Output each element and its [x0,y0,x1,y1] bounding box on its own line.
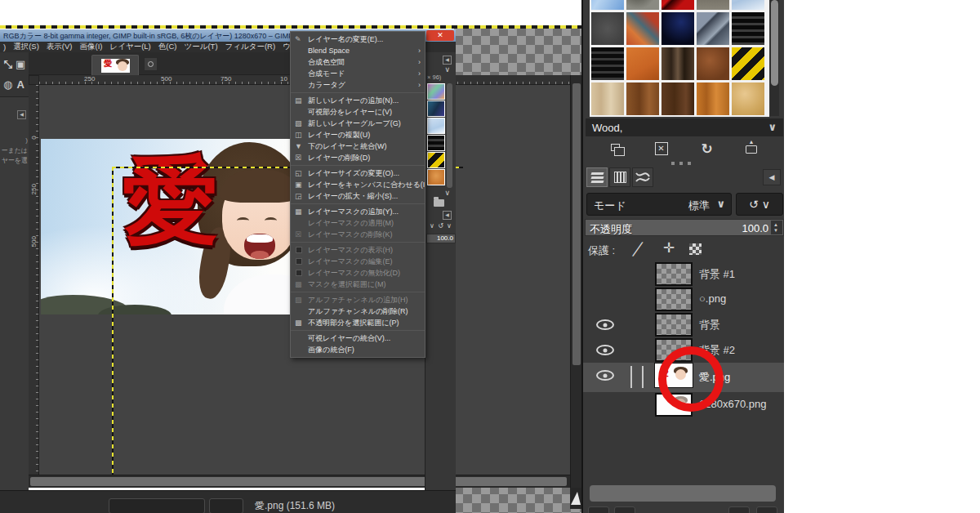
pattern-swatch[interactable] [427,83,445,100]
layer-row[interactable]: ○.png [583,287,784,312]
pattern-swatch[interactable] [427,100,445,117]
pattern-swatch[interactable] [697,0,729,10]
pattern-swatch[interactable] [427,152,445,168]
sliver-scrollbar[interactable] [447,83,452,188]
duplicate-layer-button[interactable] [728,506,750,513]
pattern-swatch[interactable] [662,47,694,80]
pattern-swatch[interactable] [591,0,624,10]
panel-menu-icon[interactable]: ◀ [443,56,452,65]
horizontal-scrollbar[interactable] [29,475,570,488]
visibility-eye-icon[interactable] [596,319,614,330]
delete-pattern-button[interactable]: ✕ [652,141,673,158]
sliver-opacity-value[interactable]: 100.0 [426,234,456,243]
context-menu-item[interactable]: 可視レイヤーの統合(V)... [291,332,425,344]
pattern-swatch[interactable] [626,83,659,115]
chevron-down-icon[interactable]: ∨ [768,121,777,133]
context-menu-item[interactable]: カラータグ› [291,79,425,91]
pattern-swatch[interactable] [697,83,729,115]
tab-list-button[interactable] [144,57,158,71]
lock-alpha-icon[interactable] [689,243,702,255]
context-menu-item[interactable]: 可視部分をレイヤーに(V) [291,106,425,118]
opacity-spinner[interactable]: ▲▼ [771,221,782,234]
chevron-down-icon[interactable]: ∨ [444,66,450,74]
pattern-swatch[interactable] [662,0,694,10]
tab-channels[interactable] [609,167,630,187]
delete-layer-button[interactable] [756,506,777,513]
menu-item[interactable]: ツール(T) [184,42,217,52]
visibility-eye-icon[interactable] [596,370,614,381]
duplicate-pattern-button[interactable] [607,141,628,158]
pattern-swatch[interactable] [626,0,659,10]
chevron-down-icon[interactable]: ∨ [444,190,450,197]
image-tab[interactable]: 愛 [91,55,139,75]
pattern-swatch[interactable] [427,135,445,151]
raise-layer-button[interactable] [614,506,635,513]
context-menu-item[interactable]: アルファチャンネルの削除(R) [291,306,425,317]
context-menu-item[interactable]: ▩不透明部分を選択範囲に(P) [291,317,425,328]
pattern-swatch[interactable] [626,12,659,45]
tool-icon[interactable]: A [17,79,24,90]
sliver-mode-glyphs[interactable]: ∨ ↺ ∨ [425,222,457,230]
layer-row[interactable]: 背景 [583,312,784,337]
layer-thumbnail[interactable] [655,262,693,286]
context-menu-item[interactable]: ✎レイヤー名の変更(E)... [291,33,425,45]
context-menu-item[interactable]: ▧新しいレイヤーグループ(G) [291,118,425,129]
visibility-eye-icon[interactable] [596,345,614,355]
context-menu-item[interactable]: ▣レイヤーをキャンバスに合わせる(I) [291,179,425,190]
pattern-swatch[interactable] [732,83,764,115]
tool-icon[interactable]: ▣ [16,59,25,69]
pattern-swatch[interactable] [732,47,764,80]
context-menu-item[interactable]: ▤新しいレイヤーの追加(N)... [291,95,425,106]
context-menu-item[interactable]: Blend Space› [291,45,425,56]
status-dropdown[interactable] [109,498,205,513]
vertical-scrollbar[interactable] [570,75,581,488]
menu-item[interactable]: レイヤー(L) [109,42,150,52]
lock-move-icon[interactable]: ✛ [662,241,676,256]
folder-icon[interactable] [434,199,444,207]
opacity-slider[interactable]: 不透明度 100.0 ▲▼ [585,219,784,236]
menu-item[interactable]: 色(C) [158,42,177,52]
layer-thumbnail[interactable] [655,313,693,337]
collapse-button[interactable]: ◀ [17,110,26,119]
pattern-swatch[interactable] [697,12,729,45]
pattern-swatch[interactable] [697,47,729,80]
context-menu-item[interactable]: ◫レイヤーの複製(U) [291,129,425,141]
layer-row[interactable]: 背景 #1 [583,261,784,287]
tool-icon[interactable]: ⤡ [4,59,12,69]
tab-layers[interactable] [586,167,608,187]
lock-paint-icon[interactable]: ╱ [633,241,649,257]
dock-drag-handle[interactable] [671,162,704,165]
close-button[interactable]: ✕ [426,30,454,41]
patterns-scrollbar-thumb[interactable] [771,0,778,86]
dock-bottom-scrollbar[interactable] [590,485,776,502]
context-menu-item[interactable]: ◲レイヤーの拡大・縮小(S)... [291,190,425,202]
mode-reset-button[interactable]: ↺ ∨ [736,193,783,216]
status-zoom-dropdown[interactable] [209,498,243,513]
pattern-swatch[interactable] [427,118,445,134]
spin-up-icon[interactable]: ▲ [773,222,778,227]
pattern-swatch[interactable] [591,83,624,115]
pattern-swatch[interactable] [427,169,445,185]
pattern-swatch[interactable] [626,47,659,80]
collapse-dock-button[interactable]: ◀ [763,169,781,185]
context-menu-item[interactable]: 合成色空間› [291,56,425,68]
menu-item[interactable]: 画像(I) [80,42,103,52]
pattern-swatch[interactable] [591,47,624,80]
menu-item[interactable]: 表示(V) [47,42,73,52]
open-pattern-button[interactable] [742,141,763,158]
layer-thumbnail[interactable] [655,288,693,311]
context-menu-item[interactable]: ◱レイヤーサイズの変更(O)... [291,167,425,179]
horizontal-scrollbar-thumb[interactable] [30,477,567,486]
pattern-swatch[interactable] [732,0,764,10]
context-menu-item[interactable]: ▼下のレイヤーと統合(W) [291,141,425,152]
menu-item[interactable]: フィルター(R) [225,42,276,52]
context-menu-item[interactable]: ☒レイヤーの削除(D) [291,152,425,163]
tool-icon[interactable]: ◍ [3,79,12,90]
context-menu-item[interactable]: 画像の統合(F) [291,344,425,355]
panel-menu-icon[interactable]: ◀ [443,211,452,220]
pattern-swatch[interactable] [732,12,764,45]
layer-mode-dropdown[interactable]: モード 標準 ∨ [586,193,732,216]
pattern-swatch[interactable] [662,12,694,45]
menu-item[interactable]: 選択(S) [13,42,39,52]
context-menu-item[interactable]: 合成モード› [291,68,425,79]
